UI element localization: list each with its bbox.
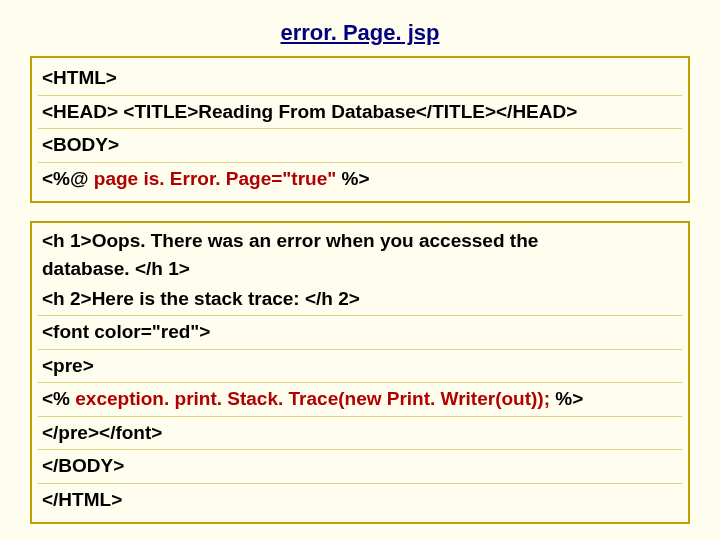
code-line: </pre></font> (38, 416, 682, 450)
code-line: <pre> (38, 349, 682, 383)
code-text: <% (42, 388, 75, 409)
code-line: <h 2>Here is the stack trace: </h 2> (38, 283, 682, 316)
code-directive: page is. Error. Page="true" (94, 168, 336, 189)
code-directive: exception. print. Stack. Trace(new Print… (75, 388, 550, 409)
code-line: <HTML> (38, 62, 682, 95)
code-line: <font color="red"> (38, 315, 682, 349)
code-text: %> (336, 168, 369, 189)
code-text: <%@ (42, 168, 94, 189)
code-text: %> (550, 388, 583, 409)
code-box-1: <HTML> <HEAD> <TITLE>Reading From Databa… (30, 56, 690, 203)
code-line: </BODY> (38, 449, 682, 483)
slide-page: error. Page. jsp <HTML> <HEAD> <TITLE>Re… (0, 0, 720, 524)
code-line: </HTML> (38, 483, 682, 517)
code-line: <HEAD> <TITLE>Reading From Database</TIT… (38, 95, 682, 129)
code-line: <BODY> (38, 128, 682, 162)
code-line: <%@ page is. Error. Page="true" %> (38, 162, 682, 196)
page-title: error. Page. jsp (30, 20, 690, 46)
code-line: database. </h 1> (38, 255, 682, 283)
code-line: <% exception. print. Stack. Trace(new Pr… (38, 382, 682, 416)
code-line: <h 1>Oops. There was an error when you a… (38, 227, 682, 255)
code-box-2: <h 1>Oops. There was an error when you a… (30, 221, 690, 524)
